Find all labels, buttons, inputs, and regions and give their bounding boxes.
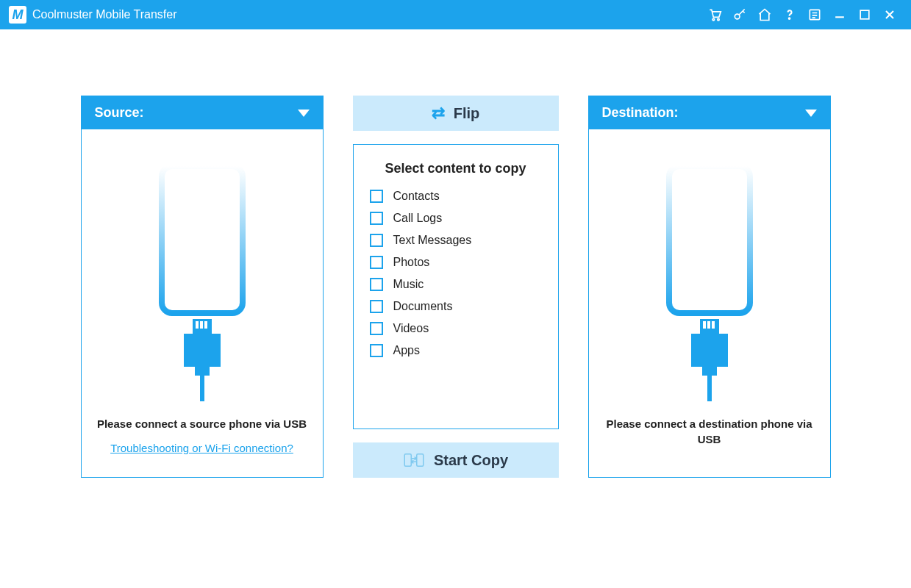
content-option-videos: Videos	[370, 322, 542, 335]
source-message: Please connect a source phone via USB	[96, 416, 308, 431]
main-area: Source: Please connect a source phone vi…	[0, 29, 911, 478]
feedback-icon[interactable]	[802, 2, 827, 27]
svg-rect-5	[860, 10, 869, 19]
titlebar: M Coolmuster Mobile Transfer	[0, 0, 911, 29]
phone-usb-icon	[651, 159, 768, 401]
svg-rect-13	[195, 367, 210, 376]
chevron-down-icon	[298, 110, 310, 117]
maximize-icon[interactable]	[852, 2, 877, 27]
option-label[interactable]: Apps	[393, 344, 420, 357]
destination-header[interactable]: Destination:	[589, 96, 830, 129]
svg-rect-14	[200, 376, 204, 401]
svg-point-18	[704, 294, 715, 306]
option-label[interactable]: Contacts	[393, 190, 440, 203]
svg-rect-24	[702, 367, 717, 376]
checkbox-videos[interactable]	[370, 322, 383, 335]
svg-rect-11	[204, 321, 207, 329]
svg-rect-17	[669, 166, 750, 313]
start-copy-label: Start Copy	[434, 452, 508, 469]
close-icon[interactable]	[877, 2, 902, 27]
start-copy-button[interactable]: Start Copy	[353, 442, 559, 478]
select-title: Select content to copy	[370, 161, 542, 176]
svg-rect-10	[200, 321, 203, 329]
option-label[interactable]: Music	[393, 278, 424, 291]
option-label[interactable]: Call Logs	[393, 212, 443, 225]
swap-icon: ⇄	[432, 104, 445, 123]
source-header[interactable]: Source:	[82, 96, 323, 129]
destination-header-label: Destination:	[602, 105, 679, 121]
svg-point-7	[196, 294, 208, 306]
svg-rect-25	[707, 376, 712, 401]
svg-rect-16	[417, 454, 424, 467]
content-option-apps: Apps	[370, 344, 542, 357]
svg-point-3	[789, 18, 790, 19]
destination-message: Please connect a destination phone via U…	[604, 416, 815, 447]
svg-point-1	[718, 18, 720, 20]
svg-rect-20	[703, 321, 706, 329]
option-label[interactable]: Documents	[393, 300, 453, 313]
app-logo: M	[9, 6, 26, 24]
checkbox-photos[interactable]	[370, 256, 383, 269]
option-label[interactable]: Text Messages	[393, 234, 472, 247]
svg-point-2	[735, 14, 740, 19]
svg-rect-6	[162, 166, 243, 313]
transfer-icon	[403, 449, 425, 471]
checkbox-music[interactable]	[370, 278, 383, 291]
option-label[interactable]: Photos	[393, 256, 430, 269]
home-icon[interactable]	[752, 2, 777, 27]
checkbox-call-logs[interactable]	[370, 212, 383, 225]
checkbox-documents[interactable]	[370, 300, 383, 313]
source-panel: Source: Please connect a source phone vi…	[81, 96, 324, 478]
source-header-label: Source:	[95, 105, 144, 121]
svg-rect-23	[691, 334, 728, 367]
phone-usb-icon	[143, 159, 261, 401]
content-option-documents: Documents	[370, 300, 542, 313]
content-option-call-logs: Call Logs	[370, 212, 542, 225]
checkbox-contacts[interactable]	[370, 190, 383, 203]
help-icon[interactable]	[777, 2, 802, 27]
svg-rect-12	[184, 334, 221, 367]
minimize-icon[interactable]	[827, 2, 852, 27]
svg-point-0	[712, 18, 715, 20]
content-option-contacts: Contacts	[370, 190, 542, 203]
content-select-box: Select content to copy ContactsCall Logs…	[353, 144, 559, 429]
svg-rect-15	[404, 454, 411, 467]
cart-icon[interactable]	[702, 2, 727, 27]
center-column: ⇄ Flip Select content to copy ContactsCa…	[353, 96, 559, 478]
checkbox-apps[interactable]	[370, 344, 383, 357]
svg-rect-22	[712, 321, 715, 329]
svg-rect-9	[196, 321, 199, 329]
content-option-music: Music	[370, 278, 542, 291]
content-option-photos: Photos	[370, 256, 542, 269]
checkbox-text-messages[interactable]	[370, 234, 383, 247]
svg-rect-21	[707, 321, 710, 329]
flip-button[interactable]: ⇄ Flip	[353, 96, 559, 131]
troubleshoot-link[interactable]: Troubleshooting or Wi-Fi connection?	[110, 442, 293, 454]
key-icon[interactable]	[727, 2, 752, 27]
app-title: Coolmuster Mobile Transfer	[32, 8, 177, 21]
content-option-text-messages: Text Messages	[370, 234, 542, 247]
destination-panel: Destination: Please connect a destinatio…	[588, 96, 831, 478]
option-label[interactable]: Videos	[393, 322, 429, 335]
chevron-down-icon	[805, 110, 817, 117]
flip-label: Flip	[454, 105, 480, 122]
